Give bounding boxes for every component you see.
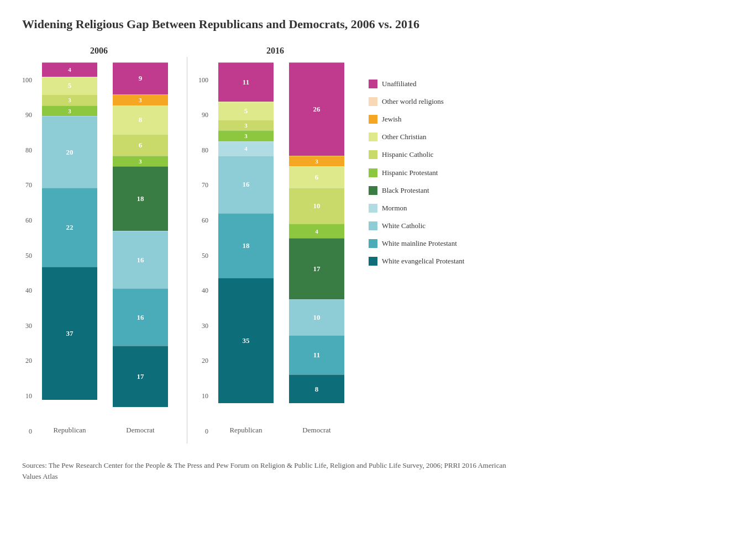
segment-value: 8: [139, 115, 143, 124]
segment-value: 3: [244, 133, 248, 139]
legend-item-other-world-religions: Other world religions: [369, 97, 464, 107]
legend-label: Hispanic Catholic: [382, 150, 434, 160]
legend-color: [369, 186, 377, 195]
legend-label: Hispanic Protestant: [382, 168, 438, 178]
year-divider: [187, 57, 187, 443]
segment-value: 16: [137, 256, 144, 265]
y-label-30: 30: [22, 323, 32, 329]
segment-unaffiliated: 26: [289, 62, 344, 156]
segment-value: 9: [139, 74, 143, 83]
segment-value: 16: [137, 313, 144, 322]
legend-color: [369, 239, 377, 248]
party-label-Democrat: Democrat: [126, 426, 154, 435]
bar-2016-Democrat: 26361041710118: [289, 62, 344, 421]
segment-value: 6: [139, 141, 143, 150]
segment-hispanic-catholic: 10: [289, 188, 344, 224]
segment-value: 3: [315, 158, 318, 165]
legend-color: [369, 97, 377, 106]
legend-color: [369, 80, 377, 88]
segment-value: 18: [243, 241, 250, 250]
segment-white-evangelical-protestant: 8: [289, 374, 344, 403]
segment-value: 17: [137, 372, 144, 381]
segment-value: 3: [68, 108, 71, 114]
legend-color: [369, 204, 377, 213]
y-label-60: 60: [198, 217, 208, 224]
year-group-2006: 200610090807060504030201004533202237Repu…: [22, 46, 176, 435]
segment-white-mainline-protestant: 22: [42, 188, 97, 267]
segment-value: 11: [313, 351, 320, 360]
year-group-2016: 20161009080706050403020100115334161835Re…: [198, 46, 352, 435]
segment-hispanic-protestant: 3: [218, 130, 274, 141]
segment-value: 3: [139, 158, 142, 165]
legend-item-mormon: Mormon: [369, 203, 464, 213]
legend-label: White evangelical Protestant: [382, 256, 464, 266]
y-label-40: 40: [198, 287, 208, 294]
legend-color: [369, 221, 377, 230]
year-label-2016: 2016: [266, 46, 284, 56]
y-label-80: 80: [22, 147, 32, 154]
legend: UnaffiliatedOther world religionsJewishO…: [369, 46, 464, 270]
y-label-40: 40: [22, 287, 32, 294]
segment-value: 4: [244, 145, 248, 152]
y-label-20: 20: [22, 357, 32, 364]
segment-black-protestant: 18: [113, 166, 168, 231]
y-label-90: 90: [198, 112, 208, 118]
y-axis: 1009080706050403020100: [198, 76, 208, 435]
legend-color: [369, 115, 377, 124]
segment-value: 4: [68, 66, 71, 73]
legend-label: Jewish: [382, 114, 401, 124]
segment-white-mainline-protestant: 11: [289, 335, 344, 375]
year-label-2006: 2006: [90, 46, 108, 56]
source-text: Sources: The Pew Research Center for the…: [22, 460, 519, 483]
legend-label: Other Christian: [382, 132, 427, 142]
segment-other-christian: 5: [42, 77, 97, 95]
legend-label: Other world religions: [382, 97, 444, 107]
segment-white-catholic: 16: [218, 156, 274, 213]
y-label-0: 0: [198, 428, 208, 435]
segment-other-christian: 8: [113, 105, 168, 134]
legend-label: White mainline Protestant: [382, 239, 457, 249]
segment-black-protestant: 17: [289, 238, 344, 299]
y-label-20: 20: [198, 357, 208, 364]
bar-2006-Republican: 4533202237: [42, 62, 97, 421]
segment-value: 10: [313, 313, 321, 322]
legend-item-white-evangelical-protestant: White evangelical Protestant: [369, 256, 464, 266]
legend-label: White Catholic: [382, 221, 426, 231]
segment-value: 3: [68, 97, 71, 103]
segment-hispanic-catholic: 3: [218, 120, 274, 131]
y-label-0: 0: [22, 428, 32, 435]
legend-item-hispanic-catholic: Hispanic Catholic: [369, 150, 464, 160]
segment-value: 20: [66, 148, 74, 157]
y-label-100: 100: [22, 77, 32, 83]
segment-unaffiliated: 4: [42, 62, 97, 77]
segment-hispanic-protestant: 3: [113, 156, 168, 167]
bar-group-2016-Republican: 115334161835Republican: [218, 62, 274, 435]
y-label-70: 70: [22, 182, 32, 188]
y-label-10: 10: [198, 393, 208, 399]
segment-value: 10: [313, 202, 321, 210]
segment-value: 16: [243, 180, 250, 189]
segment-value: 37: [66, 329, 74, 338]
legend-color: [369, 150, 377, 159]
legend-item-unaffiliated: Unaffiliated: [369, 79, 464, 89]
legend-item-other-christian: Other Christian: [369, 132, 464, 142]
legend-item-black-protestant: Black Protestant: [369, 186, 464, 196]
segment-white-evangelical-protestant: 17: [113, 346, 168, 407]
segment-white-catholic: 16: [113, 231, 168, 288]
y-label-50: 50: [198, 252, 208, 259]
y-label-10: 10: [22, 393, 32, 399]
segment-value: 8: [315, 385, 319, 394]
segment-value: 26: [313, 105, 321, 114]
segment-value: 11: [243, 78, 249, 87]
segment-white-evangelical-protestant: 35: [218, 278, 274, 404]
segment-jewish: 3: [113, 94, 168, 105]
segment-value: 5: [68, 81, 72, 90]
legend-label: Black Protestant: [382, 186, 429, 196]
segment-other-christian: 5: [218, 102, 274, 120]
legend-color: [369, 133, 377, 141]
segment-white-mainline-protestant: 18: [218, 213, 274, 278]
bar-group-2016-Democrat: 26361041710118Democrat: [289, 62, 344, 435]
y-label-60: 60: [22, 217, 32, 224]
segment-value: 22: [66, 223, 74, 232]
bar-2016-Republican: 115334161835: [218, 62, 274, 421]
